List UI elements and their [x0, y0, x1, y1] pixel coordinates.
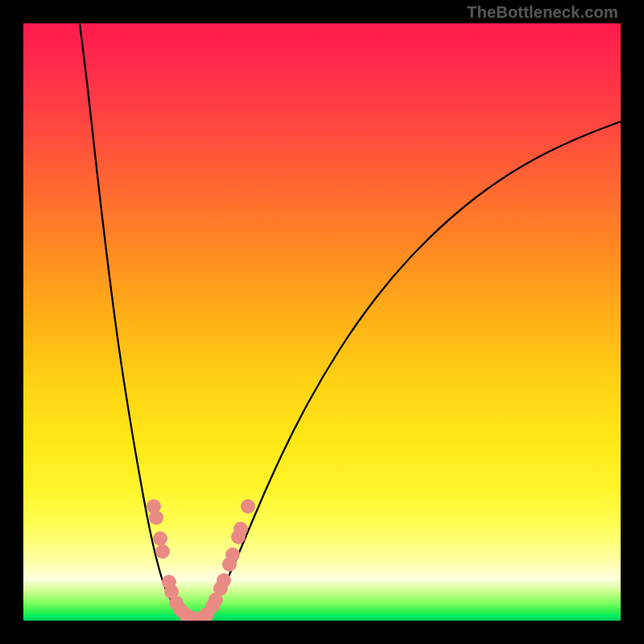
data-marker — [225, 547, 240, 562]
data-marker — [217, 573, 231, 588]
watermark-text: TheBottleneck.com — [467, 3, 618, 22]
data-marker — [233, 522, 248, 536]
plot-area — [23, 23, 621, 621]
data-markers — [147, 499, 255, 621]
data-marker — [241, 499, 255, 514]
data-marker — [149, 510, 163, 525]
chart-frame: TheBottleneck.com — [0, 0, 644, 644]
data-marker — [153, 531, 167, 546]
curve-layer — [23, 23, 621, 621]
data-marker — [155, 544, 170, 559]
curve-right-branch — [192, 122, 621, 620]
curve-left-branch — [80, 23, 192, 620]
